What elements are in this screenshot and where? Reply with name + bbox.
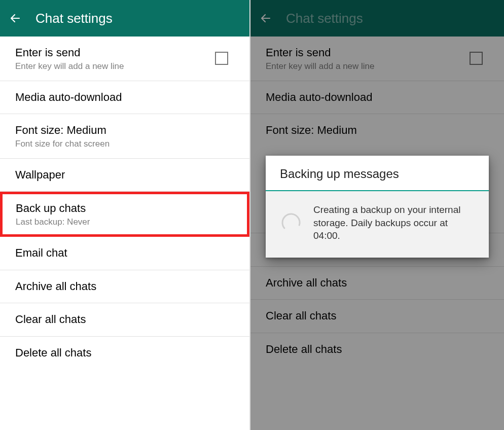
screen-left: Chat settings Enter is send Enter key wi… bbox=[0, 0, 250, 430]
dialog-message: Creating a backup on your internal stora… bbox=[313, 203, 475, 242]
item-title: Font size: Medium bbox=[15, 123, 234, 138]
item-title: Enter is send bbox=[15, 46, 215, 60]
item-title: Delete all chats bbox=[266, 342, 489, 357]
delete-all-row[interactable]: Delete all chats bbox=[0, 337, 249, 370]
backup-chats-row[interactable]: Back up chats Last backup: Never bbox=[0, 192, 249, 237]
clear-all-row[interactable]: Clear all chats bbox=[0, 303, 249, 337]
item-subtitle: Enter key will add a new line bbox=[15, 61, 215, 71]
item-subtitle: Enter key will add a new line bbox=[266, 61, 470, 71]
enter-send-checkbox[interactable] bbox=[470, 52, 483, 65]
item-title: Font size: Medium bbox=[266, 123, 489, 138]
header: Chat settings bbox=[0, 0, 249, 37]
font-size-row[interactable]: Font size: Medium Font size for chat scr… bbox=[0, 114, 249, 159]
item-subtitle: Font size for chat screen bbox=[15, 139, 234, 149]
clear-all-row[interactable]: Clear all chats bbox=[250, 300, 504, 333]
enter-is-send-row[interactable]: Enter is send Enter key will add a new l… bbox=[0, 37, 249, 81]
archive-all-row[interactable]: Archive all chats bbox=[250, 267, 504, 300]
item-title: Archive all chats bbox=[15, 279, 234, 294]
enter-is-send-row[interactable]: Enter is send Enter key will add a new l… bbox=[250, 37, 504, 81]
dialog-body: Creating a backup on your internal stora… bbox=[266, 191, 489, 258]
screen-right: Chat settings Enter is send Enter key wi… bbox=[250, 0, 504, 430]
page-title: Chat settings bbox=[35, 11, 113, 26]
svg-point-0 bbox=[280, 211, 302, 234]
item-title: Clear all chats bbox=[15, 312, 234, 327]
enter-send-checkbox[interactable] bbox=[215, 52, 228, 65]
media-auto-download-row[interactable]: Media auto-download bbox=[0, 81, 249, 115]
item-title: Delete all chats bbox=[15, 346, 234, 361]
item-title: Wallpaper bbox=[15, 168, 234, 183]
item-subtitle: Last backup: Never bbox=[16, 217, 234, 227]
page-title: Chat settings bbox=[286, 11, 363, 26]
backup-dialog: Backing up messages Creating a backup on… bbox=[266, 156, 489, 258]
item-title: Media auto-download bbox=[15, 90, 234, 105]
item-title: Media auto-download bbox=[266, 90, 489, 105]
wallpaper-row[interactable]: Wallpaper bbox=[0, 159, 249, 192]
item-title: Back up chats bbox=[16, 201, 234, 216]
settings-list: Enter is send Enter key will add a new l… bbox=[0, 37, 249, 369]
spinner-icon bbox=[280, 211, 302, 234]
archive-all-row[interactable]: Archive all chats bbox=[0, 270, 249, 304]
email-chat-row[interactable]: Email chat bbox=[0, 237, 249, 270]
back-arrow-icon[interactable] bbox=[9, 12, 21, 24]
header: Chat settings bbox=[250, 0, 504, 37]
back-arrow-icon[interactable] bbox=[260, 12, 272, 24]
delete-all-row[interactable]: Delete all chats bbox=[250, 333, 504, 366]
media-auto-download-row[interactable]: Media auto-download bbox=[250, 81, 504, 115]
item-title: Archive all chats bbox=[266, 276, 489, 291]
item-title: Email chat bbox=[15, 246, 234, 261]
item-title: Enter is send bbox=[266, 46, 470, 60]
item-title: Clear all chats bbox=[266, 309, 489, 324]
dialog-title: Backing up messages bbox=[266, 156, 489, 191]
